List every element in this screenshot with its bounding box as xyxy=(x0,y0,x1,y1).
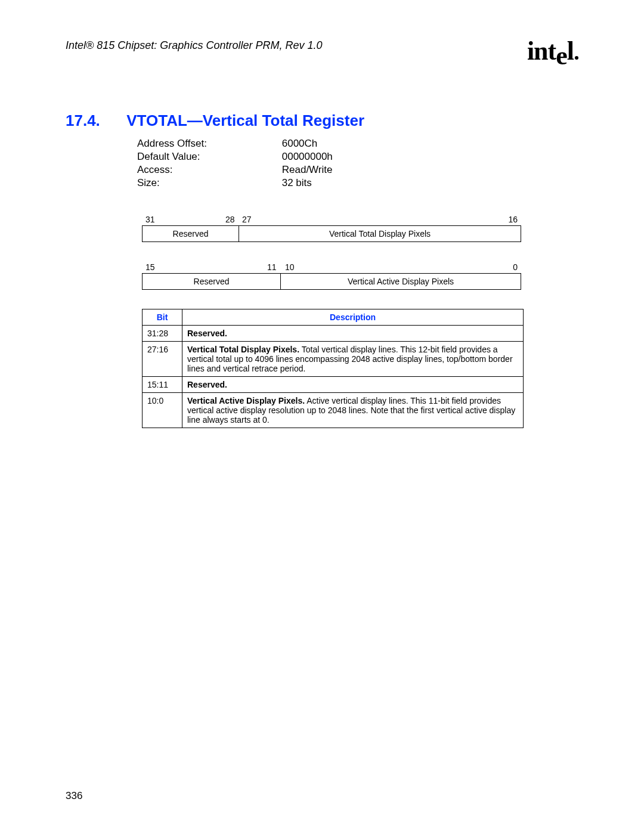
cell-desc: Vertical Active Display Pixels. Active v… xyxy=(182,393,524,428)
bitfield-cell-vtotal: Vertical Total Display Pixels xyxy=(239,226,521,241)
meta-row-access: Access: Read/Write xyxy=(137,163,578,176)
section-number: 17.4. xyxy=(66,112,122,130)
bitfield-upper: 31 28 27 16 Reserved Vertical Total Disp… xyxy=(142,213,521,242)
cell-desc: Reserved. xyxy=(182,326,524,342)
bitfield-cell-vactive: Vertical Active Display Pixels xyxy=(281,274,521,289)
th-desc: Description xyxy=(182,309,524,326)
meta-row-address: Address Offset: 6000Ch xyxy=(137,137,578,150)
bit-label: 15 xyxy=(145,262,155,272)
logo-part-left: int xyxy=(527,36,556,66)
bitfield-labels: 31 28 27 16 xyxy=(142,213,521,225)
meta-label: Address Offset: xyxy=(137,137,279,150)
bit-label: 16 xyxy=(508,215,518,224)
desc-bold: Vertical Active Display Pixels. xyxy=(187,396,305,405)
cell-desc: Vertical Total Display Pixels. Total ver… xyxy=(182,342,524,377)
bitfield-row: Reserved Vertical Total Display Pixels xyxy=(142,225,521,242)
logo-part-right: l xyxy=(567,36,574,66)
meta-label: Default Value: xyxy=(137,150,279,163)
desc-bold: Reserved. xyxy=(187,329,227,338)
description-table: Bit Description 31:28 Reserved. 27:16 Ve… xyxy=(142,309,524,428)
th-bit: Bit xyxy=(143,309,182,326)
bit-label: 31 xyxy=(145,215,155,224)
bitfield-diagrams: 31 28 27 16 Reserved Vertical Total Disp… xyxy=(142,213,521,290)
meta-row-size: Size: 32 bits xyxy=(137,176,578,190)
meta-value: 6000Ch xyxy=(282,138,318,149)
header-docline: Intel® 815 Chipset: Graphics Controller … xyxy=(66,39,578,52)
register-meta: Address Offset: 6000Ch Default Value: 00… xyxy=(137,137,578,190)
bitfield-cell-reserved: Reserved xyxy=(143,226,239,241)
cell-desc: Reserved. xyxy=(182,377,524,393)
cell-bit: 15:11 xyxy=(143,377,182,393)
cell-bit: 10:0 xyxy=(143,393,182,428)
table-row: 27:16 Vertical Total Display Pixels. Tot… xyxy=(143,342,524,377)
cell-bit: 31:28 xyxy=(143,326,182,342)
table-row: 15:11 Reserved. xyxy=(143,377,524,393)
bitfield-lower: 15 11 10 0 Reserved Vertical Active Disp… xyxy=(142,261,521,290)
meta-value: Read/Write xyxy=(282,164,333,175)
bitfield-labels: 15 11 10 0 xyxy=(142,261,521,273)
document-page: Intel® 815 Chipset: Graphics Controller … xyxy=(0,0,644,833)
intel-logo: intel xyxy=(527,36,578,66)
section-heading: 17.4. VTOTAL—Vertical Total Register xyxy=(66,112,578,130)
meta-row-default: Default Value: 00000000h xyxy=(137,150,578,163)
bit-label: 28 xyxy=(225,215,235,224)
meta-label: Access: xyxy=(137,163,279,176)
table-row: 31:28 Reserved. xyxy=(143,326,524,342)
section-title-text: VTOTAL—Vertical Total Register xyxy=(126,112,364,129)
bit-label: 0 xyxy=(513,262,518,272)
cell-bit: 27:16 xyxy=(143,342,182,377)
bitfield-cell-reserved: Reserved xyxy=(143,274,281,289)
logo-part-e: e xyxy=(556,41,567,70)
meta-label: Size: xyxy=(137,176,279,190)
bit-label: 11 xyxy=(267,262,277,272)
desc-bold: Reserved. xyxy=(187,380,227,389)
meta-value: 32 bits xyxy=(282,177,312,188)
bit-label: 10 xyxy=(285,262,295,272)
table-header-row: Bit Description xyxy=(143,309,524,326)
bit-label: 27 xyxy=(242,215,252,224)
meta-value: 00000000h xyxy=(282,151,333,162)
desc-bold: Vertical Total Display Pixels. xyxy=(187,345,299,354)
bitfield-row: Reserved Vertical Active Display Pixels xyxy=(142,273,521,290)
logo-dot-icon xyxy=(575,56,578,60)
table-row: 10:0 Vertical Active Display Pixels. Act… xyxy=(143,393,524,428)
page-number: 336 xyxy=(66,790,82,802)
